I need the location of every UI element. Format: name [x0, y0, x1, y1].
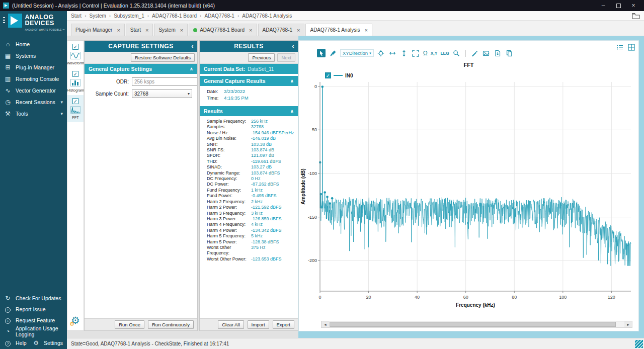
- export-plot-tool[interactable]: [494, 49, 502, 57]
- run-continuously-button[interactable]: Run Continuously: [148, 320, 194, 329]
- scroll-left-icon[interactable]: ◄: [321, 321, 329, 327]
- sidebar-item-systems[interactable]: ▦ Systems: [0, 50, 67, 61]
- breadcrumb-item[interactable]: ADAQ7768-1: [204, 13, 242, 19]
- sidebar-item-home[interactable]: ⌂ Home: [0, 38, 67, 50]
- sidebar-item-report-issue[interactable]: ! Report Issue: [0, 304, 67, 315]
- general-capture-results-section[interactable]: General Capture Results ∧: [200, 76, 298, 86]
- document-tab[interactable]: ADAQ7768-1 ×: [258, 24, 305, 36]
- sidebar-item-application-usage-logging[interactable]: ◔ Application Usage Logging: [0, 326, 67, 337]
- tab-close-icon[interactable]: ×: [117, 28, 120, 33]
- hamburger-menu-icon[interactable]: [3, 14, 6, 25]
- chevron-up-icon: ∧: [290, 109, 294, 114]
- maximize-button[interactable]: [611, 0, 626, 11]
- band-zoom-tool[interactable]: Ω: [423, 50, 428, 57]
- sidebar-item-vector-generator[interactable]: ∿ Vector Generator: [0, 84, 67, 96]
- breadcrumb-item[interactable]: Start: [71, 13, 89, 19]
- xy-readout-toggle[interactable]: X,Y: [431, 51, 438, 56]
- result-label: DC Frequency:: [207, 176, 251, 182]
- view-tab-histogram[interactable]: ✓ Histogram: [67, 68, 84, 95]
- sidebar-item-remoting-console[interactable]: ▥ Remoting Console: [0, 73, 67, 84]
- result-value: 103.874 dB: [251, 147, 274, 153]
- scroll-right-icon[interactable]: ►: [624, 321, 632, 327]
- xy-direction-label: XYDirection: [343, 50, 368, 56]
- sidebar-item-plugin-manager[interactable]: ⊞ Plug-in Manager: [0, 61, 67, 73]
- legend-toggle[interactable]: LEG: [440, 51, 449, 56]
- sidebar-item-label: Recent Sessions: [16, 99, 55, 105]
- analysis-view-strip: ✓ Waveform ✓ Histogram ✓ FFT ⚙⚙: [67, 40, 84, 331]
- import-button[interactable]: Import: [248, 320, 269, 329]
- magnifier-tool[interactable]: [452, 49, 461, 57]
- legend-checkbox[interactable]: ✓: [325, 72, 331, 78]
- result-label: Fund Power:: [207, 193, 251, 199]
- document-tab[interactable]: Start ×: [126, 24, 153, 36]
- view-tab-fft[interactable]: ✓ FFT: [67, 95, 84, 122]
- sidebar-item-tools[interactable]: ⚒ Tools ▾: [0, 108, 67, 119]
- scrollbar-track[interactable]: [329, 321, 624, 327]
- sample-count-dropdown[interactable]: 32768 ▾: [132, 90, 192, 98]
- export-button[interactable]: Export: [273, 320, 294, 329]
- sidebar-item-check-for-updates[interactable]: ↻ Check For Updates: [0, 293, 67, 304]
- fft-checkbox[interactable]: ✓: [72, 98, 78, 104]
- document-tab[interactable]: Plug-in Manager ×: [71, 24, 125, 36]
- gear-small-icon: ⚙: [69, 321, 74, 327]
- collapse-panel-icon[interactable]: ‹: [191, 42, 194, 50]
- annotate-tool[interactable]: [470, 49, 479, 57]
- chart-legend: ✓ IN0: [323, 72, 355, 79]
- document-tab[interactable]: ADAQ7768-1 Board ×: [189, 24, 257, 36]
- histogram-checkbox[interactable]: ✓: [72, 71, 78, 77]
- select-tool[interactable]: [317, 49, 326, 57]
- breadcrumb-item[interactable]: ADAQ7768-1 Analysis: [242, 13, 292, 19]
- fft-plot[interactable]: 0204060801001200-50-100-150-200Frequency…: [299, 70, 639, 310]
- resize-grip[interactable]: [635, 340, 643, 348]
- results-section[interactable]: Results ∧: [200, 106, 298, 116]
- waveform-checkbox[interactable]: ✓: [72, 44, 78, 50]
- tab-close-icon[interactable]: ×: [249, 28, 252, 33]
- run-once-button[interactable]: Run Once: [115, 320, 144, 329]
- sidebar-item-label: Settings: [44, 340, 63, 346]
- brush-tool[interactable]: [329, 49, 337, 57]
- plot-grid-icon[interactable]: [627, 43, 635, 51]
- minimize-button[interactable]: –: [596, 0, 611, 11]
- svg-text:0: 0: [318, 295, 321, 300]
- save-image-tool[interactable]: [482, 49, 491, 57]
- document-tab[interactable]: ADAQ7768-1 Analysis ×: [305, 24, 372, 36]
- svg-text:Frequency (kHz): Frequency (kHz): [456, 302, 495, 308]
- close-button[interactable]: ×: [626, 0, 641, 11]
- document-tab[interactable]: System ×: [154, 24, 188, 36]
- copy-plot-tool[interactable]: [505, 49, 514, 57]
- sidebar-item-settings[interactable]: ⚙ Settings: [32, 337, 63, 349]
- tab-close-icon[interactable]: ×: [364, 28, 367, 33]
- toolbar-separator: [465, 50, 466, 57]
- restore-defaults-button[interactable]: Restore Software Defaults: [131, 53, 195, 62]
- scrollbar-thumb[interactable]: [330, 322, 616, 327]
- previous-button[interactable]: Previous: [248, 53, 275, 62]
- plot-list-icon[interactable]: [615, 43, 624, 51]
- result-row: Harm 2 Power: -121.592 dBFS: [207, 205, 296, 210]
- breadcrumb-item[interactable]: ADAQ7768-1 Board: [152, 13, 204, 19]
- xy-direction-dropdown[interactable]: XYDirection ▾: [340, 49, 374, 57]
- collapse-panel-icon[interactable]: ‹: [292, 42, 294, 50]
- pan-tool[interactable]: [377, 49, 385, 57]
- zoom-y-tool[interactable]: [400, 49, 409, 57]
- analysis-settings-gear-icon[interactable]: ⚙⚙: [67, 314, 84, 326]
- general-capture-settings-section[interactable]: General Capture Settings ∧: [85, 64, 197, 74]
- sidebar-item-recent-sessions[interactable]: ◷ Recent Sessions ▾: [0, 96, 67, 108]
- chart-horizontal-scrollbar[interactable]: ◄ ►: [321, 321, 632, 328]
- odr-input[interactable]: [132, 77, 197, 86]
- tab-close-icon[interactable]: ×: [180, 28, 183, 33]
- zoom-x-tool[interactable]: [388, 49, 397, 57]
- folder-icon[interactable]: [632, 13, 640, 19]
- breadcrumb-item[interactable]: System: [89, 13, 114, 19]
- fit-view-tool[interactable]: [412, 49, 420, 57]
- tab-close-icon[interactable]: ×: [145, 28, 148, 33]
- svg-text:-150: -150: [308, 215, 317, 220]
- sidebar-item-help[interactable]: ? Help: [4, 337, 27, 349]
- sidebar-item-label: Plug-in Manager: [16, 64, 54, 70]
- clear-all-button[interactable]: Clear All: [218, 320, 244, 329]
- result-row: SINAD: 103.27 dB: [207, 164, 296, 170]
- next-button[interactable]: Next: [277, 53, 295, 62]
- tab-close-icon[interactable]: ×: [297, 28, 300, 33]
- breadcrumb-item[interactable]: Subsystem_1: [114, 13, 152, 19]
- view-tab-waveform[interactable]: ✓ Waveform: [67, 41, 84, 68]
- sidebar-item-request-feature[interactable]: + Request Feature: [0, 315, 67, 326]
